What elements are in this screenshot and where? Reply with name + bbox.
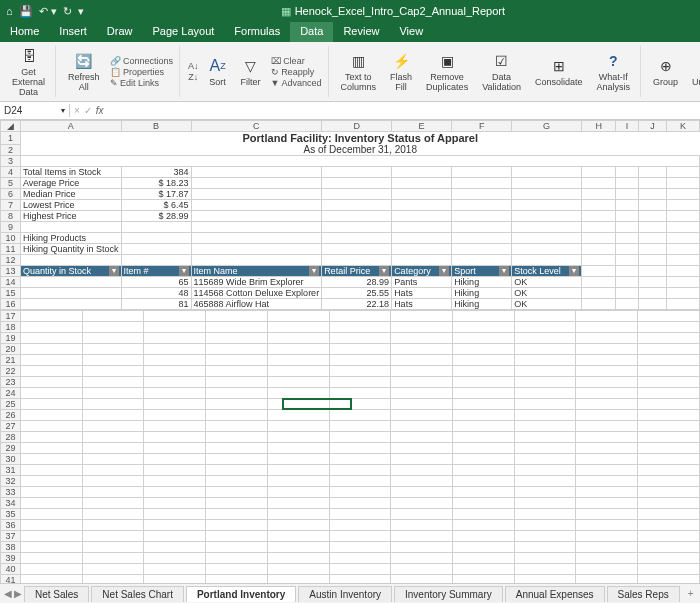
row-header[interactable]: 38 (1, 542, 21, 553)
cell[interactable] (576, 399, 638, 410)
cell[interactable] (514, 564, 576, 575)
cell[interactable]: Hats (392, 288, 452, 299)
cell[interactable] (329, 564, 391, 575)
cell[interactable]: Hiking (452, 288, 512, 299)
cell[interactable] (144, 366, 206, 377)
cell[interactable]: 48 (121, 288, 191, 299)
cell[interactable] (21, 542, 83, 553)
row-header[interactable]: 22 (1, 366, 21, 377)
cell[interactable] (206, 311, 268, 322)
row-header[interactable]: 27 (1, 421, 21, 432)
sheet-tab[interactable]: Inventory Summary (394, 586, 503, 602)
row-header[interactable]: 12 (1, 255, 21, 266)
cell[interactable] (391, 344, 453, 355)
cell[interactable] (329, 454, 391, 465)
ungroup-button[interactable]: ⊖Ungroup (688, 55, 700, 89)
row-header[interactable]: 21 (1, 355, 21, 366)
row-header[interactable]: 19 (1, 333, 21, 344)
cell[interactable] (21, 509, 83, 520)
cell[interactable] (576, 410, 638, 421)
cell[interactable] (206, 564, 268, 575)
cell[interactable] (638, 553, 700, 564)
row-header[interactable]: 25 (1, 399, 21, 410)
cell[interactable] (206, 531, 268, 542)
cell[interactable] (21, 366, 83, 377)
cell[interactable] (329, 432, 391, 443)
cell[interactable] (82, 311, 144, 322)
cell[interactable] (329, 575, 391, 584)
cell[interactable] (576, 366, 638, 377)
cell[interactable] (514, 311, 576, 322)
cell[interactable] (329, 399, 391, 410)
cell[interactable] (391, 575, 453, 584)
cell[interactable]: 65 (121, 277, 191, 288)
cell[interactable] (329, 410, 391, 421)
cell[interactable] (82, 476, 144, 487)
row-header[interactable]: 23 (1, 377, 21, 388)
cell[interactable] (82, 399, 144, 410)
cell[interactable] (453, 531, 515, 542)
cell[interactable]: 465888 Airflow Hat (191, 299, 322, 310)
cell[interactable] (453, 322, 515, 333)
cell[interactable] (329, 476, 391, 487)
cell[interactable] (514, 476, 576, 487)
cell[interactable] (514, 377, 576, 388)
cell[interactable] (267, 377, 329, 388)
cell[interactable] (453, 344, 515, 355)
tab-draw[interactable]: Draw (97, 22, 143, 42)
cell[interactable] (21, 421, 83, 432)
cell[interactable] (267, 564, 329, 575)
cell[interactable] (329, 366, 391, 377)
spreadsheet-grid[interactable]: ◢ A B C D E F G H I J K 1Portland Facili… (0, 120, 700, 583)
cell[interactable] (514, 542, 576, 553)
cell[interactable] (391, 487, 453, 498)
cell[interactable] (267, 476, 329, 487)
table-header[interactable]: Category (392, 266, 452, 277)
cell[interactable] (514, 498, 576, 509)
row-header[interactable]: 33 (1, 487, 21, 498)
cell[interactable] (144, 487, 206, 498)
cell[interactable] (82, 542, 144, 553)
cell[interactable] (144, 498, 206, 509)
cell[interactable] (391, 520, 453, 531)
cell[interactable] (21, 399, 83, 410)
cell[interactable] (391, 465, 453, 476)
cell[interactable] (329, 553, 391, 564)
cell[interactable] (638, 410, 700, 421)
cell[interactable] (206, 333, 268, 344)
cell[interactable] (206, 553, 268, 564)
cell[interactable] (391, 553, 453, 564)
select-all-corner[interactable]: ◢ (1, 121, 21, 132)
row-header[interactable]: 14 (1, 277, 21, 288)
cell[interactable] (453, 377, 515, 388)
undo-icon[interactable]: ↶ ▾ (39, 5, 57, 18)
cell[interactable] (453, 520, 515, 531)
cell[interactable] (391, 476, 453, 487)
cell[interactable] (144, 311, 206, 322)
cell[interactable] (391, 311, 453, 322)
tab-view[interactable]: View (389, 22, 433, 42)
row-header[interactable]: 2 (1, 144, 21, 156)
cell[interactable] (82, 454, 144, 465)
cell[interactable] (21, 322, 83, 333)
cell[interactable] (206, 498, 268, 509)
cell[interactable] (82, 575, 144, 584)
cell[interactable] (638, 388, 700, 399)
cell[interactable] (82, 498, 144, 509)
cell[interactable]: Hiking Products (21, 233, 122, 244)
cell[interactable] (21, 311, 83, 322)
advanced-button[interactable]: ▼ Advanced (271, 78, 322, 88)
tab-formulas[interactable]: Formulas (224, 22, 290, 42)
col-header[interactable]: G (512, 121, 582, 132)
cell[interactable]: Total Items in Stock (21, 167, 122, 178)
cell[interactable] (21, 487, 83, 498)
cell[interactable] (144, 432, 206, 443)
cell[interactable] (21, 388, 83, 399)
cell[interactable] (329, 520, 391, 531)
cell[interactable] (206, 399, 268, 410)
table-header[interactable]: Stock Level (512, 266, 582, 277)
cell[interactable] (453, 366, 515, 377)
filter-button[interactable]: ▽Filter (237, 55, 265, 89)
row-header[interactable]: 15 (1, 288, 21, 299)
cell[interactable] (21, 410, 83, 421)
